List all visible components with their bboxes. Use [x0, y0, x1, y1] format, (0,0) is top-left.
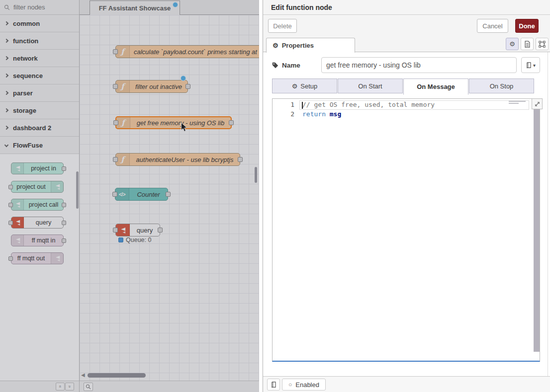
done-button[interactable]: Done	[515, 19, 539, 33]
palette-node-project-in[interactable]: project in	[11, 162, 64, 174]
expand-all-categories-button[interactable]: »	[65, 383, 74, 391]
workspace-footer	[80, 381, 259, 392]
output-port[interactable]	[158, 228, 163, 233]
flow-canvas[interactable]: ƒ calculate `payload.count` primes start…	[80, 15, 259, 381]
palette-node-label: project out	[11, 183, 51, 190]
zoom-search-button[interactable]	[84, 383, 93, 391]
input-port[interactable]	[112, 192, 117, 197]
tab-setup[interactable]: ⚙ Setup	[272, 78, 337, 93]
palette-node-ff-mqtt-in[interactable]: ff mqtt in	[11, 235, 64, 246]
delete-button[interactable]: Delete	[268, 19, 297, 33]
tab-label: Setup	[300, 82, 317, 90]
book-icon	[271, 382, 276, 388]
input-port[interactable]	[113, 84, 118, 89]
output-port	[62, 166, 66, 171]
tab-ff-assistant-showcase[interactable]: FF Assistant Showcase	[90, 0, 180, 15]
palette-category-storage[interactable]: storage	[0, 102, 79, 119]
chevron-right-icon	[4, 91, 8, 95]
palette-search[interactable]	[0, 0, 79, 15]
output-port[interactable]	[238, 157, 243, 162]
input-port[interactable]	[113, 49, 118, 54]
output-port[interactable]	[229, 120, 234, 125]
workspace-horizontal-scrollbar[interactable]	[88, 373, 146, 378]
category-label: sequence	[13, 72, 43, 79]
scroll-left-arrow[interactable]: ◀	[81, 372, 85, 378]
category-label: parser	[13, 89, 33, 97]
palette-node-project-call[interactable]: project call	[11, 199, 64, 211]
collapse-all-categories-button[interactable]: «	[56, 383, 65, 391]
category-label: common	[13, 20, 40, 27]
flowfuse-logo-icon	[51, 253, 63, 264]
tab-label: On Message	[417, 83, 455, 90]
tab-on-stop[interactable]: On Stop	[469, 78, 534, 93]
node-changed-dot	[181, 76, 186, 81]
output-port	[62, 203, 66, 207]
dialog-toolbar: Delete Cancel Done	[263, 15, 550, 36]
done-label: Done	[519, 22, 535, 30]
name-input[interactable]	[321, 57, 517, 73]
palette-category-network[interactable]: network	[0, 50, 79, 67]
palette-category-parser[interactable]: parser	[0, 84, 79, 102]
palette-category-dashboard2[interactable]: dashboard 2	[0, 119, 79, 137]
tab-label: On Start	[358, 82, 382, 90]
flow-node-query[interactable]: query	[115, 224, 160, 236]
workspace-vertical-scrollbar[interactable]	[255, 167, 257, 183]
dialog-tab-row: ⚙ Properties ⚙	[263, 36, 550, 52]
flow-node-authenticate-user[interactable]: ƒ authenticateUser - use lib bcryptjs	[115, 153, 240, 166]
input-port[interactable]	[113, 120, 118, 125]
flow-node-filter-out-inactive[interactable]: ƒ filter out inactive	[115, 80, 188, 93]
tab-properties[interactable]: ⚙ Properties	[266, 38, 355, 53]
node-library-button[interactable]	[267, 379, 280, 391]
flow-node-calculate-primes[interactable]: ƒ calculate `payload.count` primes start…	[115, 45, 259, 58]
palette-category-flowfuse[interactable]: FlowFuse	[0, 137, 79, 154]
category-label: network	[13, 55, 38, 62]
palette-category-function[interactable]: function	[0, 32, 79, 50]
delete-label: Delete	[273, 22, 292, 30]
flow-node-counter[interactable]: </> Counter	[115, 188, 168, 201]
input-port[interactable]	[113, 228, 118, 233]
flowfuse-logo-icon	[116, 224, 130, 236]
palette-node-ff-mqtt-out[interactable]: ff mqtt out	[11, 252, 64, 264]
chevron-right-icon	[4, 74, 8, 78]
dialog-header: Edit function node	[263, 0, 550, 15]
enabled-toggle-button[interactable]: ○ Enabled	[282, 379, 326, 391]
tab-on-message[interactable]: On Message	[403, 78, 468, 95]
name-label: Name	[272, 57, 300, 73]
cancel-label: Cancel	[482, 22, 502, 30]
tab-on-start[interactable]: On Start	[338, 78, 403, 93]
palette-filter-input[interactable]	[12, 3, 72, 11]
library-button[interactable]: ▾	[521, 57, 540, 73]
panel-separator[interactable]	[259, 0, 263, 392]
palette-category-sequence[interactable]: sequence	[0, 67, 79, 84]
palette-node-query[interactable]: query	[11, 217, 64, 229]
appearance-view-button[interactable]	[536, 38, 549, 50]
double-chevron-up-icon: «	[58, 385, 63, 388]
name-label-text: Name	[282, 62, 300, 69]
output-port[interactable]	[185, 84, 190, 89]
tab-label: FF Assistant Showcase	[99, 4, 171, 12]
cancel-button[interactable]: Cancel	[477, 19, 508, 33]
output-port[interactable]	[166, 192, 171, 197]
flow-node-get-free-memory[interactable]: ƒ get free memory - using OS lib	[115, 116, 232, 129]
function-icon: ƒ	[116, 80, 130, 92]
function-icon: ƒ	[116, 117, 130, 128]
editor-scrollbar[interactable]	[534, 109, 540, 352]
code-editor[interactable]: 1 2 // get OS free, used, total memory r…	[272, 98, 540, 362]
node-label: calculate `payload.count` primes startin…	[130, 48, 259, 56]
chevron-right-icon	[4, 39, 8, 43]
node-label: Counter	[129, 191, 168, 198]
palette-category-common[interactable]: common	[0, 15, 79, 32]
palette-scrollbar[interactable]	[76, 171, 79, 209]
input-port[interactable]	[113, 157, 118, 162]
code-icon: </>	[115, 188, 129, 200]
expand-editor-button[interactable]	[532, 98, 543, 109]
function-icon: ƒ	[116, 154, 130, 165]
description-view-button[interactable]	[521, 38, 534, 50]
caret-down-icon: ▾	[533, 63, 536, 68]
function-tabs: ⚙ Setup On Start On Message On Stop	[272, 78, 535, 95]
palette-node-project-out[interactable]: project out	[11, 181, 64, 193]
node-label: filter out inactive	[130, 83, 187, 90]
keyword-token: return	[302, 110, 326, 118]
properties-view-button[interactable]: ⚙	[506, 38, 519, 50]
status-dot-blue	[118, 237, 123, 242]
